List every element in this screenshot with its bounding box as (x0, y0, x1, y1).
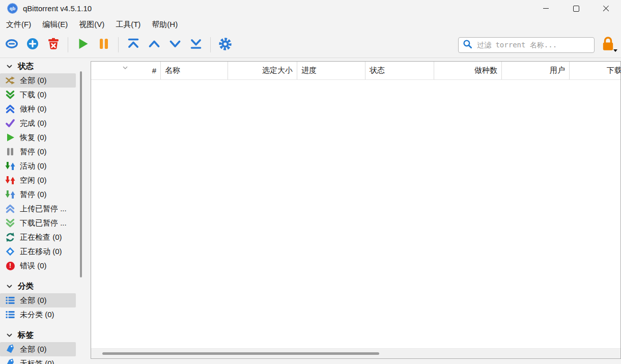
filter-label: 全部 (0) (20, 296, 47, 305)
filter-category-uncategorized[interactable]: 未分类 (0) (0, 307, 76, 322)
filter-label: 正在移动 (0) (20, 247, 62, 257)
filter-tag-untagged[interactable]: 无标签 (0) (0, 356, 76, 364)
filter-status-resumed[interactable]: 恢复 (0) (0, 130, 76, 145)
menu-edit[interactable]: 编辑(E) (37, 18, 73, 32)
double-chevron-up-icon (5, 104, 15, 114)
menu-help[interactable]: 帮助(H) (146, 18, 183, 32)
filter-status-seeding[interactable]: 做种 (0) (0, 102, 76, 116)
torrent-list-body[interactable] (91, 80, 620, 348)
double-chevron-up-icon (5, 204, 15, 214)
main-area: 状态 全部 (0) 下载 (0) 做种 (0) 完成 (0) 恢复 (0) (0, 58, 621, 364)
column-header-seeds[interactable]: 做种数 (434, 62, 502, 79)
filter-label: 全部 (0) (20, 345, 47, 354)
close-button[interactable] (591, 0, 621, 17)
filter-status-all[interactable]: 全部 (0) (0, 73, 76, 88)
section-title: 状态 (18, 61, 34, 72)
maximize-icon (573, 6, 579, 12)
maximize-button[interactable] (561, 0, 591, 17)
delete-torrent-button[interactable] (43, 34, 64, 55)
filter-label: 错误 (0) (20, 261, 47, 271)
pause-icon (5, 147, 15, 157)
minimize-button[interactable] (531, 0, 561, 17)
sort-indicator-icon (123, 62, 128, 71)
menu-view[interactable]: 视图(V) (73, 18, 110, 32)
section-collapse-icon (7, 330, 12, 340)
refresh-icon (5, 232, 15, 242)
shuffle-icon (5, 75, 15, 86)
horizontal-scrollbar-thumb[interactable] (102, 352, 379, 355)
filter-status-stalled-uploading[interactable]: 上传已暂停 ... (0, 202, 76, 216)
qbittorrent-logo-icon: qb (7, 3, 18, 14)
section-title: 分类 (18, 281, 34, 292)
double-chevron-down-icon (5, 90, 15, 100)
filter-search-input[interactable] (476, 40, 591, 49)
filter-status-downloading[interactable]: 下载 (0) (0, 88, 76, 102)
filter-tag-all[interactable]: 全部 (0) (0, 342, 76, 356)
column-header-down-speed[interactable]: 下载 (570, 62, 620, 79)
status-section: 状态 全部 (0) 下载 (0) 做种 (0) 完成 (0) 恢复 (0) (0, 59, 76, 273)
chevron-up-icon (148, 37, 161, 52)
filter-status-active[interactable]: 活动 (0) (0, 159, 76, 173)
section-title: 标签 (18, 330, 34, 341)
filter-search-box (458, 37, 595, 53)
filter-label: 完成 (0) (20, 119, 47, 128)
filter-label: 正在检查 (0) (20, 233, 62, 242)
add-torrent-file-button[interactable] (22, 34, 43, 55)
decrease-priority-button[interactable] (164, 34, 185, 55)
filter-status-moving[interactable]: 正在移动 (0) (0, 244, 76, 259)
category-section: 分类 全部 (0) 未分类 (0) (0, 279, 76, 322)
torrent-list-panel: # 名称 选定大小 进度 状态 做种数 用户 下载 (91, 61, 621, 359)
filter-label: 暂停 (0) (20, 147, 47, 157)
filter-status-stalled-downloading[interactable]: 下载已暂停 ... (0, 216, 76, 230)
filter-status-checking[interactable]: 正在检查 (0) (0, 230, 76, 244)
sidebar-scrollbar-thumb[interactable] (80, 71, 82, 277)
pause-button[interactable] (93, 34, 114, 55)
filter-status-errored[interactable]: 错误 (0) (0, 259, 76, 273)
filter-label: 恢复 (0) (20, 133, 47, 143)
trash-icon (47, 37, 60, 52)
move-top-icon (127, 37, 140, 52)
column-header-selected-size[interactable]: 选定大小 (228, 62, 297, 79)
lock-button[interactable] (600, 36, 616, 53)
increase-priority-button[interactable] (144, 34, 164, 55)
lock-dropdown-caret-icon (613, 49, 617, 52)
filter-label: 无标签 (0) (20, 359, 54, 364)
qbittorrent-window: { "window": { "app_title": "qBittorrent … (0, 0, 621, 364)
filter-status-stalled[interactable]: 暂停 (0) (0, 187, 76, 202)
svg-text:qb: qb (10, 6, 16, 11)
section-collapse-icon (7, 282, 12, 291)
checkmark-icon (5, 118, 15, 128)
options-button[interactable] (215, 34, 236, 55)
lock-icon (601, 36, 615, 54)
category-section-header[interactable]: 分类 (0, 279, 76, 293)
pause-icon (97, 37, 110, 52)
filter-category-all[interactable]: 全部 (0) (0, 293, 76, 307)
column-header-name[interactable]: 名称 (161, 62, 228, 79)
filter-status-completed[interactable]: 完成 (0) (0, 116, 76, 130)
horizontal-scrollbar (91, 348, 620, 358)
diamond-icon (5, 246, 15, 257)
filter-status-inactive[interactable]: 空闲 (0) (0, 173, 76, 187)
top-priority-button[interactable] (123, 34, 144, 55)
play-icon (5, 132, 15, 143)
filter-status-paused[interactable]: 暂停 (0) (0, 145, 76, 159)
add-torrent-link-button[interactable] (1, 34, 22, 55)
filter-label: 全部 (0) (20, 76, 47, 86)
chevron-down-icon (168, 37, 182, 52)
menu-file[interactable]: 文件(F) (1, 18, 37, 32)
arrows-down-up-icon (5, 189, 15, 200)
column-header-peers[interactable]: 用户 (502, 62, 570, 79)
status-section-header[interactable]: 状态 (0, 59, 76, 73)
resume-button[interactable] (72, 34, 93, 55)
column-header-progress[interactable]: 进度 (297, 62, 365, 79)
column-header-status[interactable]: 状态 (365, 62, 434, 79)
menu-tools[interactable]: 工具(T) (110, 18, 146, 32)
search-icon (463, 39, 472, 51)
filter-label: 空闲 (0) (20, 176, 47, 185)
torrent-table-header: # 名称 选定大小 进度 状态 做种数 用户 下载 (91, 62, 620, 80)
toolbar-separator (68, 37, 68, 52)
bottom-priority-button[interactable] (185, 34, 206, 55)
section-collapse-icon (7, 62, 12, 71)
tag-section-header[interactable]: 标签 (0, 328, 76, 342)
toolbar-separator (210, 37, 211, 52)
